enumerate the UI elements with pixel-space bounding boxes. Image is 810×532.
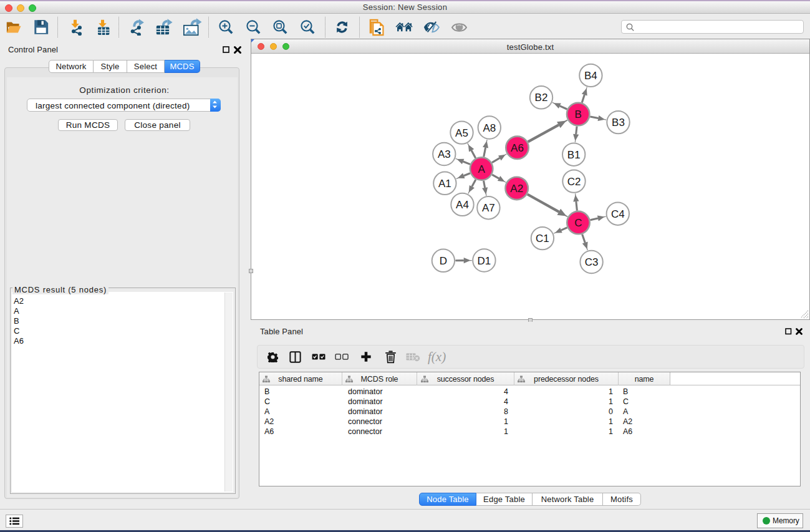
svg-text:C2: C2	[567, 176, 581, 188]
svg-text:B3: B3	[612, 117, 625, 128]
svg-text:B2: B2	[535, 92, 548, 104]
svg-text:A5: A5	[455, 127, 468, 139]
svg-text:A8: A8	[483, 122, 496, 134]
svg-text:D1: D1	[478, 255, 491, 267]
svg-text:A6: A6	[511, 142, 524, 154]
svg-text:A: A	[478, 163, 485, 175]
svg-text:A7: A7	[482, 202, 495, 214]
svg-text:D: D	[440, 255, 447, 267]
svg-text:A4: A4	[456, 199, 469, 211]
svg-text:C4: C4	[611, 208, 625, 220]
svg-text:B1: B1	[567, 149, 581, 161]
svg-text:B: B	[575, 109, 582, 120]
svg-text:C: C	[574, 217, 582, 229]
svg-text:C3: C3	[585, 256, 599, 268]
svg-text:B4: B4	[584, 70, 597, 82]
svg-text:A3: A3	[438, 148, 451, 160]
svg-text:A1: A1	[438, 178, 451, 190]
svg-text:A2: A2	[510, 183, 523, 195]
svg-text:C1: C1	[536, 233, 549, 244]
